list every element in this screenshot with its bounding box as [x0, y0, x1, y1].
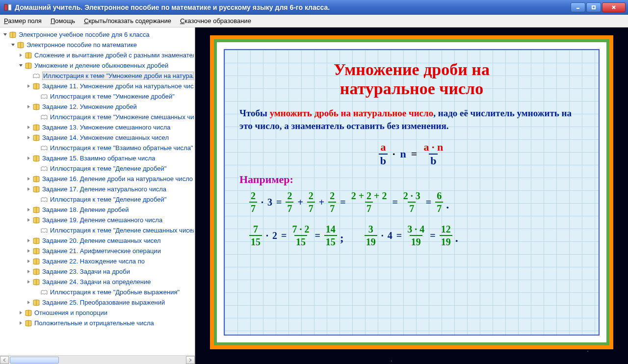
- expand-icon[interactable]: [26, 186, 31, 192]
- book-icon: [32, 155, 40, 162]
- tree-item[interactable]: Задание 18. Деление дробей: [1, 205, 194, 215]
- close-button[interactable]: [602, 2, 626, 12]
- tree-item[interactable]: Задание 15. Взаимно обратные числа: [1, 153, 194, 163]
- book-icon: [32, 124, 40, 131]
- book-icon: [32, 134, 40, 142]
- tree-item-label: Задание 16. Деление дроби на натуральное…: [42, 175, 193, 182]
- tree-item[interactable]: Задание 12. Умножение дробей: [1, 102, 194, 112]
- toc-tree[interactable]: Электронное учебное пособие для 6 класса…: [0, 27, 195, 355]
- expand-icon[interactable]: [26, 217, 31, 223]
- tree-item-label: Задание 17. Деление натурального числа: [42, 185, 166, 193]
- tree-item[interactable]: Задание 23. Задачи на дроби: [1, 266, 194, 277]
- menu-edu[interactable]: Сказочное образование: [180, 17, 251, 25]
- tree-item-label: Иллюстрация к теме "Взаимно обратные чис…: [50, 144, 193, 152]
- tree-item[interactable]: Задание 16. Деление дроби на натуральное…: [1, 174, 194, 184]
- tree-item[interactable]: Задание 21. Арифметические операции: [1, 246, 194, 256]
- tree-item-label: Иллюстрация к теме "Умножение дробей": [50, 93, 175, 100]
- page-icon: [40, 288, 48, 296]
- expand-icon[interactable]: [26, 104, 31, 110]
- tree-item[interactable]: Задание 11. Умножение дроби на натуральн…: [1, 81, 194, 91]
- book-icon: [9, 31, 17, 39]
- expand-icon[interactable]: [26, 83, 31, 89]
- expand-icon[interactable]: [26, 125, 31, 130]
- menu-help[interactable]: Помощь: [51, 17, 75, 25]
- window-title: Домашний учитель. Электронное пособие по…: [15, 3, 571, 11]
- maximize-button[interactable]: [586, 2, 601, 12]
- tree-item[interactable]: Задание 24. Задачи на определение: [1, 277, 194, 287]
- page-icon: [40, 227, 48, 234]
- book-icon: [25, 52, 32, 59]
- tree-item-label: Задание 24. Задачи на определение: [42, 278, 151, 286]
- tree-item[interactable]: Иллюстрация к теме "Взаимно обратные чис…: [1, 143, 194, 153]
- expand-icon[interactable]: [18, 320, 24, 326]
- expand-icon[interactable]: [26, 176, 31, 182]
- tree-item-label: Задание 22. Нахождение числа по: [42, 258, 145, 265]
- expand-icon[interactable]: [26, 259, 31, 264]
- expand-icon[interactable]: [26, 300, 31, 306]
- scroll-right-button[interactable]: [186, 356, 195, 364]
- tree-item[interactable]: Электронное учебное пособие для 6 класса: [1, 29, 194, 40]
- tree-item[interactable]: Положительные и отрицательные числа: [1, 318, 194, 328]
- expand-icon[interactable]: [18, 52, 24, 58]
- tree-item[interactable]: Сложение и вычитание дробей с разными зн…: [1, 50, 194, 60]
- tree-item[interactable]: Иллюстрация к теме "Дробные выражения": [1, 287, 194, 297]
- expand-icon[interactable]: [26, 156, 31, 161]
- tree-item[interactable]: Иллюстрация к теме "Деление дробей": [1, 163, 194, 174]
- tree-spacer: [33, 289, 39, 295]
- tree-item[interactable]: Задание 17. Деление натурального числа: [1, 184, 194, 194]
- expand-icon[interactable]: [26, 279, 31, 285]
- book-icon: [32, 278, 40, 286]
- tree-item[interactable]: Иллюстрация к теме "Деление смешанных чи…: [1, 225, 194, 235]
- tree-item[interactable]: Иллюстрация к теме "Умножение дроби на н…: [1, 71, 194, 81]
- menu-field-size[interactable]: Размер поля: [4, 17, 42, 25]
- scroll-left-button[interactable]: [0, 356, 9, 364]
- tree-item[interactable]: Задание 20. Деление смешанных чисел: [1, 235, 194, 246]
- tree-item[interactable]: Иллюстрация к теме "Умножение смешанных …: [1, 112, 194, 122]
- example-2: 715 ·2 = 7 · 215 = 1415 ; 319 ·4 =: [239, 224, 584, 247]
- expand-icon[interactable]: [18, 310, 24, 316]
- expand-icon[interactable]: [10, 42, 16, 48]
- lesson-paper: Умножение дроби на натуральное число Что…: [224, 49, 600, 336]
- expand-icon[interactable]: [26, 248, 31, 254]
- tree-spacer: [26, 73, 31, 79]
- tree-item[interactable]: Иллюстрация к теме "Умножение дробей": [1, 91, 194, 102]
- app-icon: [4, 3, 12, 11]
- tree-item-label: Задание 11. Умножение дроби на натуральн…: [42, 82, 194, 90]
- page-icon: [40, 196, 48, 204]
- expand-icon[interactable]: [26, 238, 31, 244]
- expand-icon[interactable]: [26, 207, 31, 213]
- menu-toggle-toc[interactable]: Скрыть/показать содержание: [84, 17, 171, 25]
- scroll-track[interactable]: [9, 356, 186, 364]
- expand-icon[interactable]: [26, 269, 31, 275]
- tree-item[interactable]: Задание 14. Умножение смешанных чисел: [1, 132, 194, 143]
- tree-item[interactable]: Отношения и пропорции: [1, 308, 194, 318]
- tree-item[interactable]: Задание 25. Преобразование выражений: [1, 297, 194, 308]
- tree-spacer: [33, 166, 39, 172]
- tree-item[interactable]: Задание 13. Умножение смешанного числа: [1, 122, 194, 132]
- sidebar-hscrollbar[interactable]: [0, 355, 195, 364]
- book-icon: [32, 185, 40, 193]
- scroll-thumb[interactable]: [10, 357, 59, 364]
- book-icon: [32, 175, 40, 183]
- tree-item[interactable]: Умножение и деление обыкновенных дробей: [1, 60, 194, 71]
- tree-item[interactable]: Задание 19. Деление смешанного числа: [1, 215, 194, 225]
- tree-item[interactable]: Электронное пособие по математике: [1, 40, 194, 50]
- book-icon: [32, 268, 40, 276]
- tree-item-label: Отношения и пропорции: [34, 309, 107, 316]
- page-icon: [32, 72, 40, 80]
- lesson-inner-frame: Умножение дроби на натуральное число Что…: [214, 39, 609, 345]
- expand-icon[interactable]: [2, 32, 8, 38]
- content-area: Умножение дроби на натуральное число Что…: [195, 27, 628, 364]
- expand-icon[interactable]: [26, 135, 31, 141]
- page-icon: [40, 144, 48, 152]
- book-icon: [25, 62, 32, 70]
- expand-icon[interactable]: [18, 63, 24, 69]
- tree-item[interactable]: Задание 22. Нахождение числа по: [1, 256, 194, 266]
- tree-spacer: [33, 228, 39, 234]
- tree-item-label: Электронное пособие по математике: [26, 41, 137, 49]
- tree-item[interactable]: Иллюстрация к теме "Деление дробей": [1, 194, 194, 205]
- tree-item-label: Задание 23. Задачи на дроби: [42, 268, 130, 275]
- main-layout: Электронное учебное пособие для 6 класса…: [0, 27, 628, 364]
- minimize-button[interactable]: [571, 2, 585, 12]
- book-icon: [32, 237, 40, 245]
